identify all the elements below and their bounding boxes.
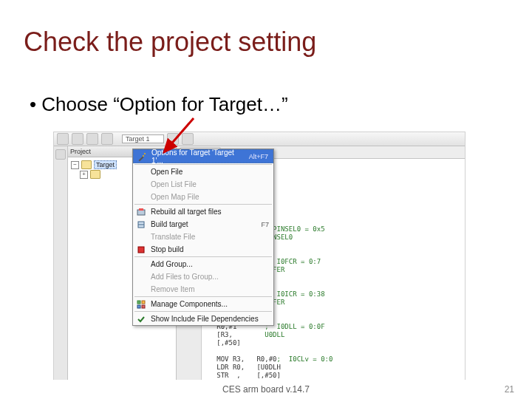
tree-toggle-icon[interactable]: + (80, 171, 88, 179)
toolbar-icon[interactable] (101, 133, 113, 145)
blank-icon (136, 192, 146, 202)
wand-icon (137, 151, 147, 162)
toolbar-icon[interactable] (86, 133, 98, 145)
menu-item[interactable]: Options for Target 'Target 1'...Alt+F7 (133, 149, 273, 163)
menu-item[interactable]: Stop build (133, 243, 273, 256)
side-gutter (54, 146, 68, 380)
components-icon (136, 299, 146, 310)
svg-rect-8 (137, 301, 140, 304)
gutter-icon[interactable] (55, 149, 66, 160)
menu-separator (134, 311, 272, 312)
menu-item-shortcut: Alt+F7 (249, 153, 268, 160)
menu-item[interactable]: Build targetF7 (133, 218, 273, 231)
menu-item: Add Files to Group... (133, 270, 273, 283)
tree-root-label[interactable]: Target (94, 160, 117, 169)
ide-toolbar: Target 1 (54, 132, 465, 146)
folder-icon (81, 160, 92, 169)
svg-rect-5 (139, 208, 143, 211)
blank-icon (136, 180, 146, 190)
menu-item[interactable]: Manage Components... (133, 298, 273, 310)
menu-item: Remove Item (133, 283, 273, 296)
blank-icon (136, 272, 146, 282)
blank-icon (136, 232, 146, 242)
svg-rect-4 (137, 210, 145, 215)
svg-rect-11 (142, 305, 145, 308)
rebuild-icon (136, 207, 146, 217)
menu-item-label: Rebuild all target files (151, 208, 269, 216)
svg-point-3 (143, 155, 144, 157)
menu-item-label: Open File (151, 168, 269, 176)
stop-icon (136, 245, 146, 255)
svg-rect-9 (142, 301, 145, 304)
svg-rect-10 (137, 305, 140, 308)
svg-rect-7 (138, 247, 144, 253)
menu-item-label: Add Files to Group... (151, 273, 269, 281)
menu-item[interactable]: Add Group... (133, 258, 273, 270)
menu-item-label: Stop build (151, 245, 269, 253)
project-panel-title: Project (70, 148, 91, 155)
slide-page-number: 21 (505, 384, 514, 395)
menu-item[interactable]: Open File (133, 166, 273, 178)
svg-line-0 (164, 118, 194, 152)
menu-item-label: Add Group... (151, 260, 269, 268)
check-icon (136, 314, 146, 324)
toolbar-icon[interactable] (72, 133, 83, 145)
slide-bullet-text: Choose “Option for Target…” (41, 93, 287, 115)
pointer-arrow (158, 117, 202, 161)
menu-item[interactable]: Show Include File Dependencies (133, 313, 273, 325)
menu-item-label: Show Include File Dependencies (151, 315, 269, 323)
menu-item: Open List File (133, 178, 273, 191)
menu-item-label: Remove Item (151, 285, 269, 293)
menu-separator (134, 296, 272, 297)
menu-separator (134, 256, 272, 257)
blank-icon (136, 259, 146, 270)
menu-item-shortcut: F7 (261, 221, 269, 228)
menu-item-label: Open List File (151, 180, 269, 188)
menu-item: Open Map File (133, 191, 273, 203)
blank-icon (136, 167, 146, 177)
slide-title: Check the project setting (24, 27, 316, 58)
svg-point-2 (144, 153, 146, 154)
slide-bullet: • Choose “Option for Target…” (30, 93, 288, 116)
svg-rect-1 (138, 156, 143, 161)
folder-icon (90, 170, 100, 179)
menu-item: Translate File (133, 231, 273, 243)
slide-footer: CES arm board v.14.7 (0, 384, 532, 395)
menu-separator (134, 204, 272, 205)
menu-item[interactable]: Rebuild all target files (133, 205, 273, 218)
menu-item-label: Build target (151, 220, 256, 228)
menu-item-label: Open Map File (151, 193, 269, 201)
menu-item-label: Manage Components... (151, 300, 269, 308)
tree-toggle-icon[interactable]: − (71, 161, 79, 169)
blank-icon (136, 284, 146, 295)
menu-item-label: Translate File (151, 233, 269, 241)
build-icon (136, 219, 146, 230)
ide-screenshot: Target 1 Project ▾ ⬓ ✕ − Target + (53, 132, 466, 380)
context-menu[interactable]: Options for Target 'Target 1'...Alt+F7Op… (132, 149, 274, 326)
toolbar-icon[interactable] (57, 133, 69, 145)
